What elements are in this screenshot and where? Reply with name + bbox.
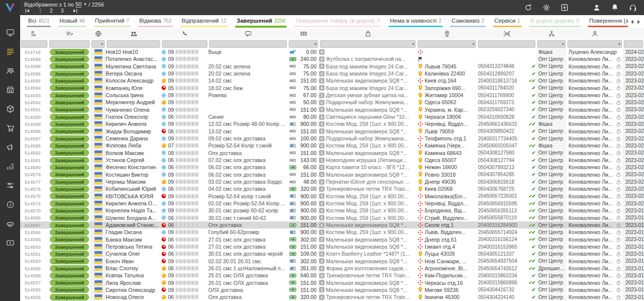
table-row[interactable]: 514588ЗавершенийЖидак Володимир0613.02 с… xyxy=(20,128,644,135)
page-button-1[interactable]: 1 xyxy=(39,8,42,14)
table-row[interactable]: 514566ЗавершенийГладик Оксана09Голубий 6… xyxy=(20,229,644,236)
table-row[interactable]: 514559ЗавершенийВлас Слотюу0626.01 смс 1… xyxy=(20,265,644,272)
per-page-select[interactable]: 50 xyxy=(75,1,82,8)
support-headset-icon[interactable] xyxy=(629,4,637,12)
table-row[interactable]: 514558ЗавершенийКовпак Татьяна0925.01 см… xyxy=(20,272,644,279)
col-tracking-number-header[interactable] xyxy=(477,30,536,37)
col-country-header[interactable] xyxy=(91,30,106,37)
table-row[interactable]: 514716ЗавершенийНов10 Нов1009Выцв0.000Фі… xyxy=(20,48,644,55)
tab-новый[interactable]: Новый46 xyxy=(54,15,90,28)
col-products-filter-input[interactable]: ▾ xyxy=(320,40,416,48)
col-payment-header[interactable] xyxy=(288,30,319,37)
sidebar-item-partners-icon[interactable] xyxy=(6,219,15,228)
notifications-bell-icon[interactable] xyxy=(611,4,619,12)
tab-всі[interactable]: Всі4521 xyxy=(23,15,54,28)
table-row[interactable]: 514598ЗавершенийМалютина Светлана0920.02… xyxy=(20,63,644,70)
app-logo-icon[interactable] xyxy=(0,0,20,15)
sidebar-item-dashboard-icon[interactable] xyxy=(6,28,15,37)
table-row[interactable]: 514576ЗавершенийКобилинський Юрий0604.02… xyxy=(20,185,644,192)
table-row[interactable]: 514586ЗавершенийФіліпова Люба07Розмір 52… xyxy=(20,142,644,149)
shown-label: Відображено з 1 по xyxy=(24,2,74,8)
table-row[interactable]: 514570ЗавершенийКорнелюк Надія Та...0930… xyxy=(20,207,644,214)
table-row[interactable]: 514561ЗавершенийСучилов Олег0630.01 смс … xyxy=(20,250,644,257)
table-row[interactable]: 514596ЗавершенийВегера Оксана0920.02 смс… xyxy=(20,70,644,77)
table-row[interactable]: 514581ЗавершенийУстинов Сергей0607.02 см… xyxy=(20,157,644,164)
sidebar-item-products-icon[interactable] xyxy=(6,105,15,113)
table-row[interactable]: 514557ЗавершенийЛила Ярослав0925.01 смс … xyxy=(20,279,644,286)
table-row[interactable]: 514574ЗавершенийКирилич Анжела Ол...0902… xyxy=(20,200,644,207)
table-row[interactable]: 514593ЗавершенийСольська Ірина09Рожева67… xyxy=(20,92,644,99)
col-phone-header[interactable] xyxy=(161,30,208,37)
table-row[interactable]: 514592ЗавершенийМерклингер Андрей0950.00… xyxy=(20,99,644,106)
tabs-scroll-left-icon[interactable] xyxy=(630,19,634,25)
table-row[interactable]: 514565ЗавершенийБаюка Максим0627.01 смс … xyxy=(20,236,644,243)
col-comment-header[interactable] xyxy=(208,30,288,37)
sidebar-item-purchases-icon[interactable] xyxy=(6,124,15,132)
col-client-name-filter-input[interactable] xyxy=(107,40,160,48)
tab-самовивіз[interactable]: Самовивіз2 xyxy=(446,15,489,28)
table-row[interactable]: 514579ЗавершенийКостишин Виктор0906.02 с… xyxy=(20,171,644,178)
table-row[interactable]: 514590ЗавершенийГнатюк Олекснлр06Синие80… xyxy=(20,113,644,120)
col-payment-filter-input[interactable]: ▾ xyxy=(289,40,318,48)
table-row[interactable]: 514599ЗавершенийПотапенко Анастас...0924… xyxy=(20,55,644,62)
col-tracking-number-filter-input[interactable] xyxy=(478,40,535,48)
table-row[interactable]: 514575ЗавершенийКВІТОВСЬКА ЮЛІЯ09Розмір … xyxy=(20,193,644,200)
tab-нема-в-наявності[interactable]: Нема в наявності2 xyxy=(385,15,446,28)
col-status-filter-input[interactable] xyxy=(49,40,90,48)
table-row[interactable]: 514567ЗавершенийАдамовский Станис...06Ол… xyxy=(20,221,644,229)
sidebar-item-marketing-icon[interactable] xyxy=(6,143,15,152)
page-button-3[interactable]: 3 xyxy=(61,8,64,14)
table-row[interactable]: 514594ЗавершенийКомпанец Юля0518.02 смс … xyxy=(20,85,644,92)
col-comment-filter-input[interactable] xyxy=(209,40,287,48)
refresh-icon[interactable] xyxy=(524,4,532,12)
table-row[interactable]: 514556ЗавершенийСиротюк Олександр09ОЛХ д… xyxy=(20,286,644,293)
delivery-address: Ізмаил отд.4 xyxy=(425,244,455,250)
col-date-filter-input[interactable] xyxy=(624,40,643,48)
tab-в-дорозі-додому[interactable]: В дорозі додому0 xyxy=(525,15,584,28)
tabs-scroll-right-icon[interactable] xyxy=(636,19,641,25)
sidebar-item-customers-icon[interactable] xyxy=(6,66,15,75)
tab-відправлений[interactable]: Відправлений12 xyxy=(177,15,231,28)
tab-відмова[interactable]: Відмова763 xyxy=(134,15,177,28)
table-row[interactable]: 514555ЗавершенийНовосад Олеся06Олх доста… xyxy=(20,293,644,300)
col-source-filter-input[interactable]: ▾ xyxy=(537,40,566,48)
col-source-header[interactable] xyxy=(536,30,567,37)
col-country-filter-input[interactable]: ▾ xyxy=(92,40,105,48)
table-row[interactable]: 514580ЗавершенийФесенко Константин0606.0… xyxy=(20,164,644,171)
table-row[interactable]: 514582ЗавершенийВолков Максим09Олх доста… xyxy=(20,149,644,157)
table-row[interactable]: 514563ЗавершенийПетровська Тетяна0627.01… xyxy=(20,243,644,250)
sidebar-item-statistics-icon[interactable] xyxy=(6,162,15,171)
col-phone-filter-input[interactable] xyxy=(162,40,207,48)
table-row[interactable]: 514595ЗавершенийКолосок Александр0914.02… xyxy=(20,77,644,84)
col-status-header[interactable] xyxy=(48,30,91,37)
table-row[interactable]: 514560ЗавершенийБокоч Иван0902.02 30.01 … xyxy=(20,258,644,265)
tab-повернення-товару-в-дорозі-[interactable]: Повернення товару (в дорозі)0 xyxy=(290,15,385,28)
sidebar-item-settings-icon[interactable] xyxy=(6,181,15,190)
table-row[interactable]: 514587ЗавершенийСеменюк Дарина0909.02 см… xyxy=(20,135,644,142)
profile-avatar-icon[interactable] xyxy=(593,4,601,12)
col-manager-filter-input[interactable]: ▾ xyxy=(568,40,622,48)
col-order-id-header[interactable]: ID xyxy=(20,30,48,37)
tab-сервіси[interactable]: Сервіси1 xyxy=(490,15,526,28)
tab-завершений[interactable]: Завершений2256 xyxy=(231,15,290,28)
col-order-id-filter-input[interactable] xyxy=(21,40,47,48)
col-delivery-address-header[interactable] xyxy=(417,30,477,37)
add-order-icon[interactable] xyxy=(560,4,569,12)
col-products-header[interactable] xyxy=(319,30,417,37)
sidebar-item-video-icon[interactable] xyxy=(6,239,15,247)
table-row[interactable]: 514568ЗавершенийШумляс Богдана Ан...0630… xyxy=(20,214,644,221)
col-delivery-address-filter-input[interactable]: ▾ xyxy=(418,40,476,48)
sidebar-item-orders-icon[interactable] xyxy=(6,47,15,56)
col-manager-header[interactable] xyxy=(567,30,623,37)
first-page-icon[interactable] xyxy=(24,8,31,14)
sidebar-item-store-icon[interactable] xyxy=(6,86,15,94)
page-button-2[interactable]: 2 xyxy=(50,8,53,14)
last-page-icon[interactable] xyxy=(72,8,78,14)
table-row[interactable]: 514577ЗавершенийЧерниш Максим0903.02 смс… xyxy=(20,178,644,185)
tab-прийнятий[interactable]: Прийнятий7 xyxy=(90,15,134,28)
table-row[interactable]: 514591ЗавершенийЧумаченко Олена09151.001… xyxy=(20,106,644,113)
settings-gear-icon[interactable] xyxy=(542,4,550,12)
sidebar-item-info-icon[interactable] xyxy=(6,200,15,209)
table-row[interactable]: 514589ЗавершенийКирилич Анжела0912.02 см… xyxy=(20,120,644,127)
col-client-name-header[interactable] xyxy=(106,30,161,37)
